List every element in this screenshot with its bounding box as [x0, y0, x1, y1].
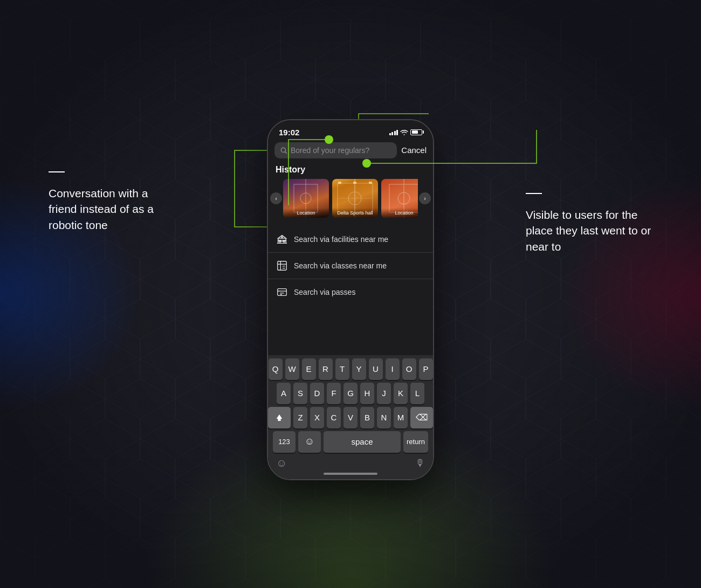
- image-carousel[interactable]: ‹: [268, 179, 433, 223]
- key-o[interactable]: O: [402, 358, 416, 380]
- carousel-img-1-overlay: Location: [283, 208, 329, 218]
- search-option-classes-text: Search via classes near me: [294, 261, 387, 270]
- annotation-left-text: Conversation with a friend instead of as…: [49, 185, 178, 233]
- key-v[interactable]: V: [343, 407, 358, 428]
- search-bar-container[interactable]: Bored of your regulars? Cancel: [268, 140, 433, 163]
- key-b[interactable]: B: [360, 407, 374, 428]
- carousel-img-3-overlay: Location: [381, 208, 418, 218]
- keyboard: Q W E R T Y U I O P A S: [268, 355, 433, 479]
- key-t[interactable]: T: [335, 358, 349, 380]
- key-u[interactable]: U: [369, 358, 383, 380]
- key-g[interactable]: G: [343, 383, 358, 404]
- key-h[interactable]: H: [360, 383, 374, 404]
- key-emoji[interactable]: ☺: [298, 431, 321, 453]
- carousel-img-2-overlay: Delta Sports hall: [332, 208, 378, 218]
- annotation-right-text: Visible to users for the place they last…: [526, 207, 663, 254]
- facilities-icon: [276, 233, 288, 246]
- keyboard-row-3: Z X C V B N M ⌫: [270, 407, 431, 428]
- key-a[interactable]: A: [277, 383, 291, 404]
- key-j[interactable]: J: [377, 383, 391, 404]
- emoji-picker-icon[interactable]: ☺: [276, 457, 287, 469]
- key-w[interactable]: W: [285, 358, 299, 380]
- carousel-img-1-label: Location: [285, 210, 327, 216]
- key-i[interactable]: I: [386, 358, 400, 380]
- key-p[interactable]: P: [419, 358, 433, 380]
- search-option-passes[interactable]: Search via passes: [268, 279, 433, 305]
- key-m[interactable]: M: [394, 407, 408, 428]
- key-x[interactable]: X: [310, 407, 324, 428]
- annotation-left: — Conversation with a friend instead of …: [49, 162, 178, 233]
- signal-icon: [389, 129, 398, 135]
- carousel-images: Location: [283, 179, 418, 218]
- key-f[interactable]: F: [327, 383, 341, 404]
- annotation-right: — Visible to users for the place they la…: [526, 183, 663, 254]
- key-return[interactable]: return: [403, 431, 428, 453]
- phone-container: 19:02: [267, 119, 434, 480]
- classes-icon: [276, 259, 288, 272]
- key-n[interactable]: N: [377, 407, 391, 428]
- key-z[interactable]: Z: [293, 407, 307, 428]
- carousel-prev-arrow[interactable]: ‹: [270, 192, 282, 204]
- key-r[interactable]: R: [319, 358, 333, 380]
- cancel-button[interactable]: Cancel: [401, 146, 427, 155]
- search-placeholder: Bored of your regulars?: [291, 146, 391, 155]
- key-shift[interactable]: [268, 407, 291, 428]
- svg-point-147: [281, 148, 285, 152]
- carousel-img-2-label: Delta Sports hall: [334, 210, 376, 216]
- home-indicator: [270, 469, 431, 477]
- keyboard-accessory-row: ☺ 🎙: [270, 455, 431, 469]
- key-d[interactable]: D: [310, 383, 324, 404]
- search-lens-icon: [280, 147, 287, 154]
- keyboard-bottom-row: 123 ☺ space return: [270, 431, 431, 453]
- page-content: — Conversation with a friend instead of …: [0, 0, 701, 588]
- history-label: History: [268, 163, 433, 179]
- key-space[interactable]: space: [324, 431, 401, 453]
- search-option-facilities-text: Search via facilities near me: [294, 235, 388, 244]
- microphone-icon[interactable]: 🎙: [415, 458, 425, 469]
- search-option-passes-text: Search via passes: [294, 288, 355, 296]
- home-bar: [324, 473, 377, 475]
- annotation-left-dash: —: [49, 162, 178, 180]
- svg-line-148: [285, 151, 287, 153]
- status-time: 19:02: [279, 128, 299, 137]
- status-icons: [389, 129, 423, 135]
- carousel-item-2[interactable]: Delta Sports hall: [332, 179, 378, 218]
- status-bar: 19:02: [268, 120, 433, 140]
- search-option-classes[interactable]: Search via classes near me: [268, 253, 433, 279]
- phone-screen: 19:02: [268, 120, 433, 479]
- key-e[interactable]: E: [302, 358, 316, 380]
- wifi-icon: [400, 129, 408, 135]
- keyboard-row-2: A S D F G H J K L: [270, 383, 431, 404]
- carousel-item-3[interactable]: Location: [381, 179, 418, 218]
- key-k[interactable]: K: [394, 383, 408, 404]
- keyboard-row-1: Q W E R T Y U I O P: [270, 358, 431, 380]
- battery-icon: [410, 129, 422, 135]
- key-numbers[interactable]: 123: [273, 431, 295, 453]
- key-q[interactable]: Q: [269, 358, 283, 380]
- carousel-item-1[interactable]: Location: [283, 179, 329, 218]
- passes-icon: [276, 286, 288, 299]
- annotation-right-dash: —: [526, 183, 663, 202]
- key-c[interactable]: C: [327, 407, 341, 428]
- search-bar[interactable]: Bored of your regulars?: [274, 142, 397, 158]
- key-s[interactable]: S: [293, 383, 307, 404]
- search-option-facilities[interactable]: Search via facilities near me: [268, 226, 433, 253]
- svg-point-159: [281, 236, 283, 238]
- key-y[interactable]: Y: [352, 358, 366, 380]
- phone-frame: 19:02: [267, 119, 434, 480]
- carousel-img-3-label: Location: [383, 210, 418, 216]
- key-delete[interactable]: ⌫: [410, 407, 433, 428]
- carousel-next-arrow[interactable]: ›: [419, 192, 431, 204]
- key-l[interactable]: L: [410, 383, 424, 404]
- search-options: Search via facilities near me: [268, 223, 433, 305]
- empty-content-area: [268, 305, 433, 355]
- svg-rect-160: [278, 261, 287, 270]
